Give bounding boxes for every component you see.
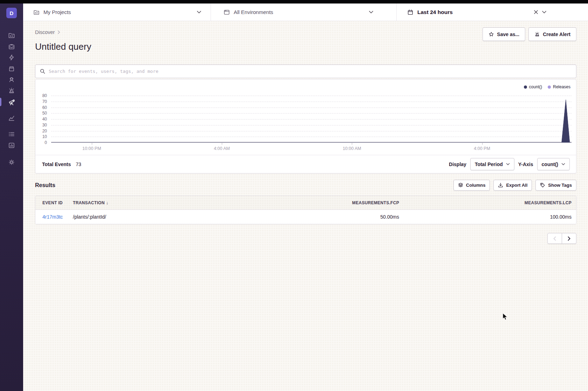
date-range-label: Last 24 hours <box>417 9 453 15</box>
display-dropdown[interactable]: Total Period <box>470 158 514 170</box>
chart-footer: Total Events 73 Display Total Period Y-A… <box>35 155 576 173</box>
search-input[interactable] <box>49 69 572 74</box>
display-label: Display <box>449 162 466 167</box>
performance-icon <box>8 54 15 61</box>
table-row: 4r17m3tc /plants/:plantId/ 50.00ms 100.0… <box>35 210 576 224</box>
header-actions: Save as... Create Alert <box>483 27 576 41</box>
table-header-row: EVENT ID TRANSACTION↓ MEASUREMENTS.FCP M… <box>35 196 576 210</box>
sidebar-item-issues[interactable] <box>0 41 23 52</box>
layers-icon <box>458 183 463 188</box>
chevron-down-icon[interactable] <box>542 11 547 14</box>
chevron-down-icon <box>506 163 510 165</box>
chevron-down-icon <box>561 163 565 165</box>
projects-folder-icon <box>33 9 40 15</box>
project-selector[interactable]: My Projects <box>23 4 211 21</box>
count-series-dot <box>524 85 527 89</box>
main-content: Discover Save as... Create Alert Untitle… <box>23 21 588 391</box>
sidebar: D <box>0 4 23 391</box>
sidebar-item-discover[interactable] <box>0 97 23 107</box>
results-title: Results <box>35 182 55 188</box>
siren-icon <box>534 32 540 37</box>
save-as-button[interactable]: Save as... <box>483 27 525 41</box>
breadcrumb-discover[interactable]: Discover <box>35 29 55 35</box>
column-header-event-id[interactable]: EVENT ID <box>35 200 68 205</box>
releases-icon <box>8 65 15 72</box>
calendar-icon <box>407 9 413 15</box>
sidebar-item-settings[interactable] <box>0 157 23 167</box>
settings-icon <box>8 159 15 166</box>
show-tags-button[interactable]: Show Tags <box>535 180 576 191</box>
chevron-right-icon <box>567 236 571 241</box>
measurements-lcp-cell: 100.00ms <box>402 214 576 220</box>
measurements-fcp-cell: 50.00ms <box>248 214 402 220</box>
sidebar-item-user-feedback[interactable] <box>0 74 23 85</box>
alerts-icon <box>8 87 15 94</box>
projects-icon <box>8 32 15 39</box>
transaction-cell: /plants/:plantId/ <box>68 214 248 220</box>
clear-date-icon[interactable] <box>534 10 538 14</box>
results-header: Results Columns Export All Show Tags <box>35 180 576 191</box>
releases-series-dot <box>548 85 551 89</box>
previous-page-button <box>547 233 562 244</box>
chart-plot[interactable] <box>51 96 572 143</box>
column-header-measurements-lcp[interactable]: MEASUREMENTS.LCP <box>402 200 576 205</box>
sidebar-item-stats[interactable] <box>0 140 23 151</box>
search-icon <box>40 68 46 74</box>
save-as-label: Save as... <box>497 32 519 37</box>
window-top-strip <box>0 0 588 4</box>
window-icon <box>224 9 230 15</box>
y-axis-label: Y-Axis <box>518 162 533 167</box>
legend-item-releases[interactable]: Releases <box>548 84 570 89</box>
legend-item-count[interactable]: count() <box>524 84 542 89</box>
total-events-value: 73 <box>76 162 81 167</box>
next-page-button[interactable] <box>562 233 576 244</box>
chevron-down-icon <box>369 11 374 14</box>
date-range-selector[interactable]: Last 24 hours <box>397 4 588 21</box>
column-header-transaction[interactable]: TRANSACTION↓ <box>68 200 248 205</box>
sidebar-item-alerts[interactable] <box>0 85 23 96</box>
chart-y-axis: 01020304050607080 <box>35 96 49 143</box>
page-title: Untitled query <box>35 41 576 52</box>
sort-descending-icon: ↓ <box>106 200 109 205</box>
column-header-measurements-fcp[interactable]: MEASUREMENTS.FCP <box>248 200 402 205</box>
org-avatar[interactable]: D <box>6 8 17 18</box>
topbar: My Projects All Environments Last 24 hou… <box>23 4 588 21</box>
chart-area: count() Releases 01020304050607080 10:00… <box>35 80 576 155</box>
download-icon <box>498 183 503 188</box>
sidebar-item-projects[interactable] <box>0 30 23 41</box>
chevron-right-icon <box>57 30 60 34</box>
sidebar-item-activity[interactable] <box>0 129 23 139</box>
create-alert-button[interactable]: Create Alert <box>528 27 576 41</box>
sidebar-item-dashboards[interactable] <box>0 113 23 123</box>
environment-selector-label: All Environments <box>234 9 273 15</box>
events-chart-panel: count() Releases 01020304050607080 10:00… <box>35 79 576 173</box>
sidebar-item-performance[interactable] <box>0 52 23 63</box>
pagination <box>35 233 576 244</box>
event-id-link[interactable]: 4r17m3tc <box>35 214 68 220</box>
results-table: EVENT ID TRANSACTION↓ MEASUREMENTS.FCP M… <box>35 196 576 224</box>
export-all-button[interactable]: Export All <box>493 180 532 191</box>
columns-button[interactable]: Columns <box>453 180 490 191</box>
dashboards-icon <box>8 115 15 122</box>
environment-selector[interactable]: All Environments <box>211 4 396 21</box>
y-axis-dropdown[interactable]: count() <box>537 158 570 170</box>
star-icon <box>488 32 494 37</box>
sidebar-item-releases[interactable] <box>0 63 23 74</box>
issues-icon <box>8 43 15 50</box>
search-bar <box>35 64 576 78</box>
create-alert-label: Create Alert <box>543 32 570 37</box>
project-selector-label: My Projects <box>43 9 71 15</box>
total-events-label: Total Events <box>42 162 71 167</box>
user-feedback-icon <box>8 76 15 83</box>
stats-icon <box>8 142 15 149</box>
discover-icon <box>8 98 15 106</box>
chevron-left-icon <box>553 236 556 241</box>
chart-x-axis: 10:00 PM4:00 AM10:00 AM4:00 PM <box>51 146 572 152</box>
tag-icon <box>540 183 545 188</box>
activity-icon <box>8 131 15 138</box>
active-indicator <box>0 98 1 106</box>
chart-legend: count() Releases <box>524 84 570 89</box>
chevron-down-icon <box>197 11 201 14</box>
